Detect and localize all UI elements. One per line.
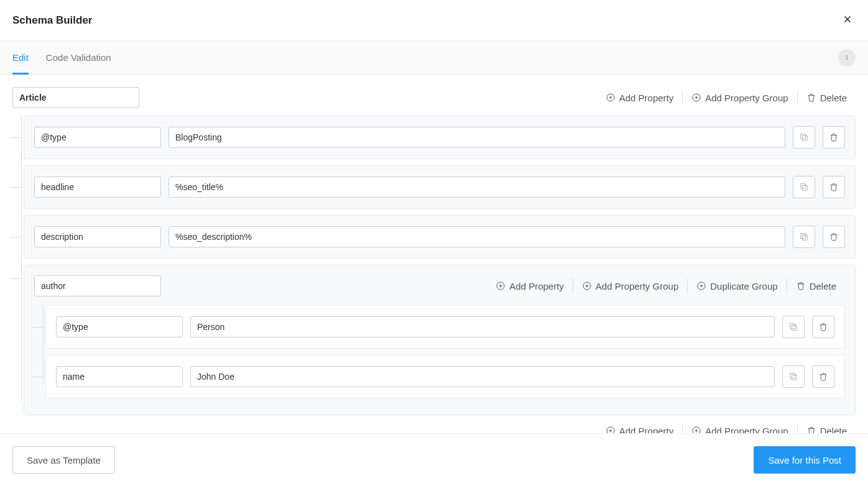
subgroup-wrap: Add Property Add Property Group Duplicat… xyxy=(24,265,856,415)
duplicate-button[interactable] xyxy=(793,226,815,248)
trash-icon xyxy=(806,426,816,433)
tabs-bar: Edit Code Validation xyxy=(0,40,868,75)
info-button[interactable] xyxy=(838,49,856,66)
delete-label: Delete xyxy=(820,93,847,103)
plus-circle-icon xyxy=(582,281,592,291)
root-group-label-input[interactable] xyxy=(12,87,139,108)
svg-rect-9 xyxy=(802,235,807,240)
copy-icon xyxy=(799,182,809,192)
svg-rect-8 xyxy=(801,234,806,239)
svg-rect-16 xyxy=(792,375,796,380)
copy-icon xyxy=(788,322,798,332)
save-for-this-post-button[interactable]: Save for this Post xyxy=(754,446,856,474)
subgroup-header-actions: Add Property Add Property Group Duplicat… xyxy=(487,279,845,293)
root-group-header: Add Property Add Property Group Delete xyxy=(12,87,856,108)
trash-icon xyxy=(818,372,828,382)
svg-rect-4 xyxy=(801,134,806,139)
subgroup-header: Add Property Add Property Group Duplicat… xyxy=(34,275,845,296)
copy-icon xyxy=(799,232,809,242)
page-title: Schema Builder xyxy=(12,14,93,27)
bottom-actions-row: Add Property Add Property Group Delete xyxy=(12,424,856,433)
property-card xyxy=(24,215,856,259)
property-key-input[interactable] xyxy=(56,316,183,337)
add-property-group-button[interactable]: Add Property Group xyxy=(682,91,796,104)
trash-icon xyxy=(829,182,839,192)
root-header-actions: Add Property Add Property Group Delete xyxy=(597,91,856,104)
duplicate-button[interactable] xyxy=(793,176,815,198)
property-card xyxy=(45,355,845,398)
save-as-template-button[interactable]: Save as Template xyxy=(12,446,115,474)
delete-group-button[interactable]: Delete xyxy=(797,424,856,433)
property-row xyxy=(24,165,856,209)
add-property-group-button[interactable]: Add Property Group xyxy=(573,279,687,293)
delete-row-button[interactable] xyxy=(812,365,834,388)
copy-icon xyxy=(788,372,798,382)
property-key-input[interactable] xyxy=(56,366,183,387)
trash-icon xyxy=(818,322,828,332)
property-card xyxy=(24,116,856,159)
property-row xyxy=(45,305,845,349)
duplicate-group-label: Duplicate Group xyxy=(710,281,777,291)
plus-circle-icon xyxy=(606,426,616,433)
property-row xyxy=(24,116,856,159)
property-value-input[interactable] xyxy=(190,366,775,387)
content-area: Add Property Add Property Group Delete xyxy=(0,75,868,433)
delete-row-button[interactable] xyxy=(823,126,845,149)
duplicate-group-button[interactable]: Duplicate Group xyxy=(687,279,786,293)
svg-rect-15 xyxy=(790,374,795,378)
svg-rect-1 xyxy=(846,57,847,60)
property-value-input[interactable] xyxy=(169,127,785,148)
delete-label: Delete xyxy=(810,281,836,291)
svg-rect-14 xyxy=(792,325,796,330)
property-value-input[interactable] xyxy=(190,316,775,337)
property-value-input[interactable] xyxy=(169,226,785,247)
delete-label: Delete xyxy=(820,426,847,434)
close-button[interactable] xyxy=(839,11,856,29)
delete-group-button[interactable]: Delete xyxy=(797,91,856,104)
property-row xyxy=(24,215,856,259)
duplicate-button[interactable] xyxy=(782,365,805,388)
add-property-button[interactable]: Add Property xyxy=(597,424,683,433)
add-property-group-label: Add Property Group xyxy=(596,281,678,291)
tabs-left: Edit Code Validation xyxy=(12,41,111,74)
trash-icon xyxy=(796,281,806,291)
property-row xyxy=(45,355,845,398)
delete-group-button[interactable]: Delete xyxy=(787,279,845,293)
footer: Save as Template Save for this Post xyxy=(0,433,868,486)
svg-rect-6 xyxy=(801,184,806,189)
property-key-input[interactable] xyxy=(34,127,161,148)
close-icon xyxy=(842,14,853,25)
property-key-input[interactable] xyxy=(34,177,161,198)
delete-row-button[interactable] xyxy=(823,226,845,248)
delete-row-button[interactable] xyxy=(812,316,834,338)
trash-icon xyxy=(829,232,839,242)
add-property-button[interactable]: Add Property xyxy=(597,91,683,104)
duplicate-button[interactable] xyxy=(793,126,815,149)
plus-circle-icon xyxy=(496,281,506,291)
property-card xyxy=(45,305,845,349)
svg-point-0 xyxy=(846,55,847,57)
plus-circle-icon xyxy=(691,93,701,103)
add-property-group-button[interactable]: Add Property Group xyxy=(682,424,796,433)
trash-icon xyxy=(806,93,816,103)
add-property-group-label: Add Property Group xyxy=(705,93,788,103)
delete-row-button[interactable] xyxy=(823,176,845,198)
property-value-input[interactable] xyxy=(169,177,785,198)
copy-icon xyxy=(799,132,809,142)
add-property-button[interactable]: Add Property xyxy=(487,279,573,293)
property-key-input[interactable] xyxy=(34,226,161,247)
plus-circle-icon xyxy=(696,281,706,291)
subgroup-body xyxy=(45,305,845,398)
svg-rect-7 xyxy=(802,185,807,190)
root-group-body: Add Property Add Property Group Duplicat… xyxy=(24,116,856,415)
svg-rect-5 xyxy=(802,135,807,140)
tab-code-validation[interactable]: Code Validation xyxy=(46,41,111,75)
add-property-label: Add Property xyxy=(619,93,674,103)
tab-edit[interactable]: Edit xyxy=(12,41,29,75)
subgroup-label-input[interactable] xyxy=(34,275,161,296)
subgroup-card: Add Property Add Property Group Duplicat… xyxy=(24,265,856,415)
add-property-label: Add Property xyxy=(509,281,564,291)
info-icon xyxy=(842,53,852,63)
duplicate-button[interactable] xyxy=(782,316,805,338)
plus-circle-icon xyxy=(606,93,616,103)
